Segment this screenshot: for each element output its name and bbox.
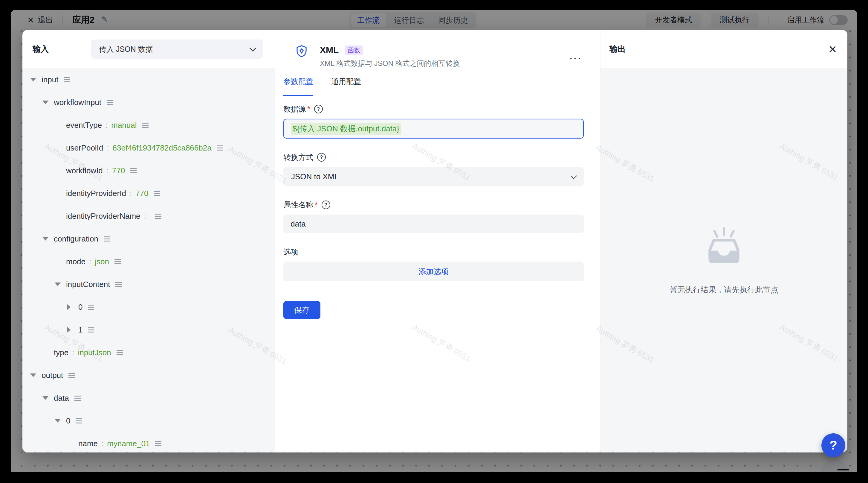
tree-row[interactable]: inputContent — [23, 273, 275, 296]
node-header: XML 函数 XML 格式数据与 JSON 格式之间的相互转换 ··· — [275, 30, 600, 68]
row-menu-icon[interactable] — [130, 168, 136, 173]
node-config-tabs: 参数配置 通用配置 — [283, 77, 584, 96]
tree-row[interactable]: data — [23, 387, 275, 409]
caret-down-icon[interactable] — [42, 237, 54, 240]
attribute-name-group: 属性名称 * ? — [283, 200, 584, 233]
variable-token[interactable]: ${传入 JSON 数据.output.data} — [291, 123, 401, 135]
tree-row[interactable]: userPoolId:63ef46f1934782d5ca866b2a — [23, 137, 275, 159]
options-label: 选项 — [283, 247, 584, 257]
tree-row[interactable]: mode:json — [23, 250, 275, 273]
tree-value: 770 — [112, 166, 125, 175]
row-menu-icon[interactable] — [88, 305, 94, 310]
row-menu-icon[interactable] — [155, 214, 161, 219]
tree-separator: : — [106, 166, 108, 175]
tree-row[interactable]: identityProviderName: — [23, 205, 275, 227]
tree-key: configuration — [54, 234, 98, 244]
transform-mode-label: 转换方式 ? — [283, 152, 584, 162]
help-question-icon[interactable]: ? — [317, 153, 326, 162]
attribute-name-label: 属性名称 * ? — [283, 200, 584, 210]
caret-right-icon[interactable] — [67, 304, 78, 310]
output-panel-title: 输出 — [610, 44, 626, 54]
row-menu-icon[interactable] — [142, 123, 149, 128]
options-group: 选项 添加选项 — [283, 247, 584, 281]
tree-key: workflowInput — [54, 98, 101, 107]
tree-key: workflowId — [66, 166, 103, 175]
row-menu-icon[interactable] — [115, 282, 122, 287]
help-button[interactable]: ? — [822, 433, 845, 457]
field-label-text: 属性名称 — [283, 200, 313, 210]
input-panel-header: 输入 传入 JSON 数据 — [23, 30, 275, 68]
close-modal-icon[interactable]: × — [829, 42, 837, 56]
transform-mode-select[interactable]: JSON to XML — [283, 167, 584, 186]
caret-right-icon[interactable] — [67, 327, 78, 333]
row-menu-icon[interactable] — [68, 373, 75, 378]
tree-separator: : — [105, 121, 107, 130]
row-menu-icon[interactable] — [88, 328, 94, 333]
tree-row[interactable]: 0 — [23, 296, 275, 318]
tree-key: input — [41, 75, 58, 84]
node-config-modal: 输入 传入 JSON 数据 inputworkflowInputeventTyp… — [23, 30, 847, 453]
tree-value: 63ef46f1934782d5ca866b2a — [113, 143, 212, 152]
row-menu-icon[interactable] — [117, 350, 123, 355]
tree-value: json — [95, 257, 109, 266]
help-question-icon[interactable]: ? — [314, 105, 323, 113]
json-tree: inputworkflowInputeventType:manualuserPo… — [23, 68, 275, 453]
more-menu-button[interactable]: ··· — [569, 53, 582, 64]
tree-row[interactable]: 0 — [23, 409, 275, 432]
tree-row[interactable]: name:myname_01 — [23, 432, 275, 453]
tree-row[interactable]: eventType:manual — [23, 114, 275, 137]
tree-value: myname_01 — [107, 439, 150, 448]
tree-key: 0 — [78, 303, 83, 312]
tree-value: inputJson — [78, 348, 111, 357]
tree-key: output — [41, 371, 63, 380]
tree-row[interactable]: 1 — [23, 318, 275, 341]
tree-row[interactable]: type:inputJson — [23, 341, 275, 364]
tree-key: identityProviderName — [66, 211, 141, 221]
row-menu-icon[interactable] — [217, 145, 223, 150]
caret-down-icon[interactable] — [30, 78, 41, 81]
tree-row[interactable]: workflowId:770 — [23, 159, 275, 182]
row-menu-icon[interactable] — [64, 77, 70, 82]
data-source-group: 数据源 * ? ${传入 JSON 数据.output.data} — [283, 104, 584, 139]
tree-row[interactable]: output — [23, 364, 275, 387]
tree-key: data — [54, 394, 69, 403]
help-question-icon[interactable]: ? — [321, 200, 330, 209]
tree-key: name — [78, 439, 98, 448]
caret-down-icon[interactable] — [30, 373, 41, 377]
tree-row[interactable]: input — [23, 68, 275, 91]
tree-row[interactable]: workflowInput — [23, 91, 275, 114]
save-button[interactable]: 保存 — [283, 301, 320, 319]
tab-parameter-config[interactable]: 参数配置 — [283, 77, 313, 96]
row-menu-icon[interactable] — [155, 441, 161, 446]
tree-key: userPoolId — [66, 143, 103, 152]
chevron-down-icon — [250, 45, 256, 52]
caret-down-icon[interactable] — [55, 419, 66, 423]
output-panel-header: 输出 × — [600, 30, 847, 68]
field-label-text: 转换方式 — [283, 152, 313, 162]
row-menu-icon[interactable] — [75, 418, 82, 423]
required-asterisk: * — [307, 105, 310, 113]
tab-general-config[interactable]: 通用配置 — [331, 77, 361, 96]
add-option-button[interactable]: 添加选项 — [283, 261, 584, 281]
row-menu-icon[interactable] — [104, 236, 110, 242]
data-source-input[interactable]: ${传入 JSON 数据.output.data} — [283, 119, 584, 139]
attribute-name-input[interactable] — [283, 215, 584, 233]
node-config-form: 数据源 * ? ${传入 JSON 数据.output.data} 转换方式 ?… — [275, 96, 600, 319]
row-menu-icon[interactable] — [115, 259, 121, 264]
caret-down-icon[interactable] — [42, 101, 54, 104]
tree-key: identityProviderId — [66, 189, 126, 198]
row-menu-icon[interactable] — [107, 100, 113, 105]
caret-down-icon[interactable] — [42, 396, 54, 400]
empty-state-text: 暂无执行结果，请先执行此节点 — [670, 285, 778, 295]
tree-separator: : — [72, 348, 74, 357]
field-label-text: 选项 — [283, 247, 298, 257]
tree-key: inputContent — [66, 280, 110, 289]
row-menu-icon[interactable] — [154, 191, 160, 196]
tree-row[interactable]: identityProviderId:770 — [23, 182, 275, 205]
input-source-select[interactable]: 传入 JSON 数据 — [91, 39, 263, 59]
caret-down-icon[interactable] — [55, 283, 66, 286]
tree-row[interactable]: configuration — [23, 227, 275, 250]
row-menu-icon[interactable] — [74, 396, 81, 401]
tree-value: manual — [111, 121, 136, 130]
input-panel: 输入 传入 JSON 数据 inputworkflowInputeventTyp… — [23, 30, 275, 453]
